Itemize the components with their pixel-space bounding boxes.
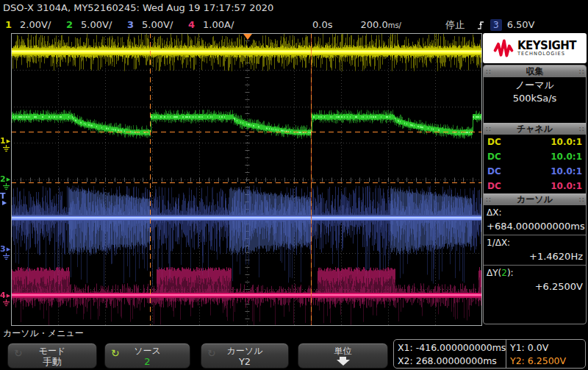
channels-header[interactable]: ∷ チャネル ∷ — [484, 123, 586, 135]
drag-grip-icon: ∷ — [486, 68, 490, 76]
ch4-marker-arrow-icon: ▶ — [7, 292, 10, 299]
ch1-ground-marker[interactable]: 1▶ — [0, 138, 12, 152]
delta-y-label: ΔY(2): — [487, 267, 583, 280]
ch3-ground-marker[interactable]: 3▶ — [0, 246, 12, 260]
sample-rate: 500kSa/s — [513, 92, 557, 105]
down-arrow-icon — [298, 357, 387, 366]
menu-title: カーソル・メニュー — [3, 327, 84, 340]
channel-4-amps-per-div: 1.00A/ — [203, 19, 234, 30]
drag-grip-icon: ∷ — [486, 125, 490, 133]
channel-4-info-row[interactable]: DC 10.0:1 — [484, 179, 586, 193]
drag-grip-icon: ∷ — [579, 196, 584, 204]
channel-4-badge: 4 — [188, 19, 195, 30]
trigger-settings[interactable]: 3 6.50V — [476, 19, 534, 31]
trigger-source-badge: 3 — [490, 19, 502, 31]
y-cursor-readout: Y1: 0.0V Y2: 6.2500V — [506, 340, 585, 368]
ch3-coupling: DC — [487, 166, 501, 177]
ch3-probe-ratio: 10.0:1 — [551, 166, 582, 177]
x-cursor-readout: X1: -416.000000000ms X2: 268.00000000ms — [394, 340, 506, 368]
settings-bar: 1 2.00V/ 2 5.00V/ 3 5.00V/ 4 1.00A/ 0.0s… — [0, 16, 588, 33]
ch3-ground-icon — [2, 253, 10, 260]
channel-1-volts-per-div: 2.00V/ — [20, 19, 51, 30]
ch2-marker-arrow-icon: ▶ — [7, 176, 10, 183]
trigger-marker-arrow-icon: ▶ — [2, 199, 12, 206]
run-state-badge: 停止 — [445, 18, 465, 32]
trigger-level-marker[interactable]: T ▶ — [0, 193, 12, 206]
channel-1-scale[interactable]: 1 2.00V/ — [0, 16, 61, 33]
ch4-ground-icon — [2, 299, 10, 307]
delta-x-label: ΔX: — [487, 207, 583, 219]
cursor-position-readout: X1: -416.000000000ms X2: 268.00000000ms … — [393, 339, 586, 369]
divider — [484, 265, 586, 266]
rotary-knob-icon: ↻ — [14, 348, 23, 358]
units-button-label: 単位 — [298, 346, 387, 356]
ch1-marker-arrow-icon: ▶ — [7, 138, 10, 145]
channel-3-info-row[interactable]: DC 10.0:1 — [484, 164, 586, 179]
y2-readout: Y2: 6.2500V — [510, 355, 581, 366]
trigger-level: 6.50V — [507, 19, 535, 30]
keysight-spark-icon — [493, 38, 514, 59]
drag-grip-icon: ∷ — [579, 68, 584, 76]
ch1-probe-ratio: 10.0:1 — [551, 137, 582, 147]
ch3-marker-arrow-icon: ▶ — [7, 246, 10, 253]
cursors-header[interactable]: ∷ カーソル ∷ — [484, 193, 586, 205]
rotary-knob-icon: ↻ — [111, 348, 120, 358]
acquisition-title: 収集 — [526, 65, 544, 78]
sidebar-panel: ∷ 収集 ∷ ノーマル 500kSa/s ∷ チャネル ∷ DC 10.0:1 … — [483, 65, 587, 324]
softkey-menu: カーソル・メニュー ↻ モード 手動 ↻ ソース 2 ↻ カーソル Y2 単位 … — [0, 326, 588, 370]
channel-4-scale[interactable]: 4 1.00A/ — [183, 16, 244, 33]
divider — [484, 235, 586, 235]
acquisition-info: ノーマル 500kSa/s — [484, 77, 586, 123]
rotary-knob-icon: ↻ — [207, 348, 216, 358]
ch1-marker-label: 1 — [0, 138, 6, 145]
inverse-delta-x-label: 1/ΔX: — [487, 237, 583, 249]
oscilloscope-screen: DSO-X 3104A, MY52160245: Wed Aug 19 17:1… — [0, 0, 588, 370]
window-title: DSO-X 3104A, MY52160245: Wed Aug 19 17:1… — [0, 0, 588, 16]
waveform-display — [11, 33, 482, 326]
trigger-edge-icon — [476, 20, 485, 30]
ch4-ground-marker[interactable]: 4▶ — [0, 292, 12, 307]
cursor-readouts: ΔX: +684.000000000ms 1/ΔX: +1.4620Hz ΔY(… — [484, 205, 586, 324]
acquisition-header[interactable]: ∷ 収集 ∷ — [484, 65, 586, 77]
ch4-probe-ratio: 10.0:1 — [551, 181, 582, 191]
delta-y-value: +6.2500V — [487, 280, 583, 293]
units-softkey-button[interactable]: 単位 — [298, 343, 388, 369]
channel-2-volts-per-div: 5.00V/ — [81, 19, 112, 30]
x1-readout: X1: -416.000000000ms — [398, 342, 502, 353]
source-softkey-button[interactable]: ↻ ソース 2 — [104, 343, 190, 369]
y1-readout: Y1: 0.0V — [510, 342, 581, 353]
channel-2-badge: 2 — [66, 19, 73, 30]
timebase-unit: ms/ — [388, 21, 401, 29]
channels-title: チャネル — [517, 123, 553, 135]
channel-1-info-row[interactable]: DC 10.0:1 — [484, 135, 586, 149]
mode-softkey-button[interactable]: ↻ モード 手動 — [7, 343, 97, 369]
inverse-delta-x-value: +1.4620Hz — [487, 249, 583, 263]
ch1-ground-icon — [2, 145, 10, 152]
timebase[interactable]: 200.0ms/ — [360, 19, 401, 30]
cursor-softkey-button[interactable]: ↻ カーソル Y2 — [201, 343, 289, 369]
ch1-coupling: DC — [487, 137, 501, 147]
channel-2-scale[interactable]: 2 5.00V/ — [61, 16, 122, 33]
drag-grip-icon: ∷ — [579, 125, 584, 133]
timebase-value: 200.0 — [360, 19, 387, 30]
ch2-ground-icon — [2, 183, 10, 191]
ch4-marker-label: 4 — [0, 292, 6, 299]
ch2-marker-label: 2 — [0, 176, 6, 183]
channel-1-badge: 1 — [5, 19, 12, 30]
ch4-coupling: DC — [487, 181, 501, 191]
x2-readout: X2: 268.00000000ms — [398, 355, 502, 366]
acquisition-mode: ノーマル — [515, 79, 554, 92]
channel-2-info-row[interactable]: DC 10.0:1 — [484, 149, 586, 164]
channel-3-volts-per-div: 5.00V/ — [142, 19, 173, 30]
horizontal-delay[interactable]: 0.0s — [312, 19, 332, 30]
channel-3-scale[interactable]: 3 5.00V/ — [122, 16, 183, 33]
cursors-title: カーソル — [517, 193, 553, 206]
brand-name: KEYSIGHT — [517, 40, 576, 51]
info-sidebar: KEYSIGHT TECHNOLOGIES ∷ 収集 ∷ ノーマル 500kSa… — [483, 33, 587, 324]
ch2-coupling: DC — [487, 152, 501, 162]
delta-y-channel: 2 — [501, 268, 507, 278]
ch2-probe-ratio: 10.0:1 — [551, 152, 582, 162]
ch3-marker-label: 3 — [0, 246, 6, 253]
ch2-ground-marker[interactable]: 2▶ — [0, 176, 12, 191]
channel-3-badge: 3 — [127, 19, 134, 30]
